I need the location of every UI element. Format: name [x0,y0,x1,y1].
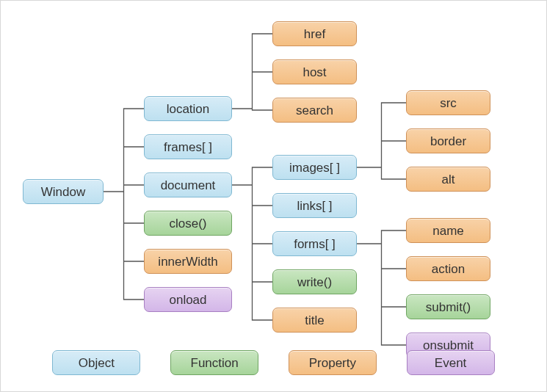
node-win-1: frames[ ] [144,134,232,159]
node-img-0: src [406,90,490,115]
node-img-1: border [406,128,490,153]
node-loc-1: host [272,59,357,84]
node-form-1: action [406,256,490,281]
node-img-2: alt [406,167,490,192]
node-loc-0: href [272,21,357,46]
node-form-2: submit() [406,294,490,319]
legend-property: Property [289,350,377,375]
legend: Object Function Property Event [1,350,546,375]
node-win-3: close() [144,211,232,236]
node-doc-2: forms[ ] [272,231,357,256]
node-win-2: document [144,173,232,197]
node-doc-1: links[ ] [272,193,357,218]
legend-event: Event [407,350,495,375]
node-doc-0: images[ ] [272,155,357,180]
legend-object: Object [52,350,140,375]
node-form-0: name [406,218,490,243]
legend-function: Function [170,350,258,375]
node-window: Window [23,179,104,204]
node-win-0: location [144,96,232,121]
node-loc-2: search [272,98,357,123]
node-win-4: innerWidth [144,249,232,274]
node-win-5: onload [144,287,232,312]
node-doc-4: title [272,308,357,333]
node-doc-3: write() [272,269,357,294]
